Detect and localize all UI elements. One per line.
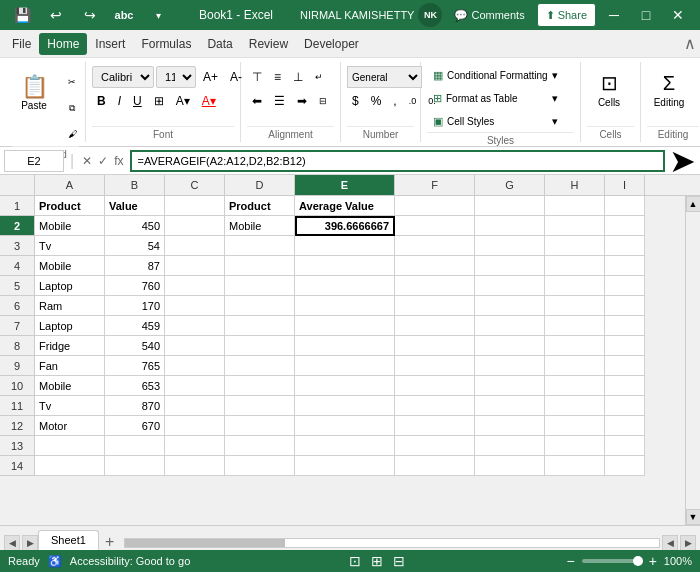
underline-button[interactable]: U (128, 90, 147, 112)
cell-b13[interactable] (105, 436, 165, 456)
cell-d4[interactable] (225, 256, 295, 276)
cell-a5[interactable]: Laptop (35, 276, 105, 296)
cell-g7[interactable] (475, 316, 545, 336)
cell-e3[interactable] (295, 236, 395, 256)
cell-g2[interactable] (475, 216, 545, 236)
cell-b6[interactable]: 170 (105, 296, 165, 316)
editing-button[interactable]: Σ Editing (647, 62, 691, 117)
cell-a6[interactable]: Ram (35, 296, 105, 316)
scroll-down-button[interactable]: ▼ (686, 509, 701, 525)
add-sheet-button[interactable]: + (99, 533, 120, 551)
cell-a8[interactable]: Fridge (35, 336, 105, 356)
scroll-up-button[interactable]: ▲ (686, 196, 701, 212)
cell-f14[interactable] (395, 456, 475, 476)
cell-d5[interactable] (225, 276, 295, 296)
cell-h11[interactable] (545, 396, 605, 416)
cell-i2[interactable] (605, 216, 645, 236)
cell-i10[interactable] (605, 376, 645, 396)
undo-button[interactable]: ↩ (42, 1, 70, 29)
cell-b1[interactable]: Value (105, 196, 165, 216)
cell-h4[interactable] (545, 256, 605, 276)
save-button[interactable]: 💾 (8, 1, 36, 29)
cell-b10[interactable]: 653 (105, 376, 165, 396)
cell-i7[interactable] (605, 316, 645, 336)
cell-h14[interactable] (545, 456, 605, 476)
top-align-button[interactable]: ⊤ (247, 66, 267, 88)
cell-d3[interactable] (225, 236, 295, 256)
cell-a4[interactable]: Mobile (35, 256, 105, 276)
row-header-5[interactable]: 5 (0, 276, 35, 296)
number-format-selector[interactable]: General (347, 66, 422, 88)
horizontal-scrollbar[interactable] (124, 538, 660, 548)
cell-f1[interactable] (395, 196, 475, 216)
sheet-tab-sheet1[interactable]: Sheet1 (38, 530, 99, 551)
cell-h13[interactable] (545, 436, 605, 456)
cell-reference-box[interactable] (4, 150, 64, 172)
cell-a11[interactable]: Tv (35, 396, 105, 416)
scroll-left-button[interactable]: ◀ (662, 535, 678, 551)
ribbon-collapse[interactable]: ∧ (684, 34, 696, 53)
cell-g11[interactable] (475, 396, 545, 416)
cell-h10[interactable] (545, 376, 605, 396)
cell-a7[interactable]: Laptop (35, 316, 105, 336)
cell-c1[interactable] (165, 196, 225, 216)
cell-d13[interactable] (225, 436, 295, 456)
menu-formulas[interactable]: Formulas (133, 33, 199, 55)
share-button[interactable]: ⬆ Share (537, 3, 596, 27)
format-table-dropdown[interactable]: ▾ (552, 92, 558, 105)
cell-a9[interactable]: Fan (35, 356, 105, 376)
cell-g12[interactable] (475, 416, 545, 436)
cell-e7[interactable] (295, 316, 395, 336)
cell-d6[interactable] (225, 296, 295, 316)
cell-b3[interactable]: 54 (105, 236, 165, 256)
cell-f12[interactable] (395, 416, 475, 436)
cell-f13[interactable] (395, 436, 475, 456)
cell-b4[interactable]: 87 (105, 256, 165, 276)
sheet-scroll-right[interactable]: ▶ (22, 535, 38, 551)
cell-f2[interactable] (395, 216, 475, 236)
cell-c9[interactable] (165, 356, 225, 376)
cell-c2[interactable] (165, 216, 225, 236)
cell-i14[interactable] (605, 456, 645, 476)
copy-button[interactable]: ⧉ (58, 96, 86, 120)
cell-e2[interactable]: 396.6666667 (295, 216, 395, 236)
formula-input[interactable]: =AVERAGEIF(A2:A12,D2,B2:B12) (130, 150, 666, 172)
col-header-e[interactable]: E (295, 175, 395, 195)
cell-c11[interactable] (165, 396, 225, 416)
cell-d1[interactable]: Product (225, 196, 295, 216)
cell-e9[interactable] (295, 356, 395, 376)
wrap-text-button[interactable]: ↵ (310, 66, 328, 88)
fill-color-button[interactable]: A▾ (171, 90, 195, 112)
cell-a2[interactable]: Mobile (35, 216, 105, 236)
format-painter-button[interactable]: 🖌 (58, 122, 86, 146)
cell-e14[interactable] (295, 456, 395, 476)
zoom-out-button[interactable]: − (563, 552, 577, 570)
cell-h12[interactable] (545, 416, 605, 436)
cell-i8[interactable] (605, 336, 645, 356)
zoom-in-button[interactable]: + (646, 552, 660, 570)
vertical-scrollbar[interactable]: ▲ ▼ (685, 196, 700, 525)
cell-c10[interactable] (165, 376, 225, 396)
cell-b12[interactable]: 670 (105, 416, 165, 436)
row-header-6[interactable]: 6 (0, 296, 35, 316)
col-header-d[interactable]: D (225, 175, 295, 195)
cell-f4[interactable] (395, 256, 475, 276)
cell-i11[interactable] (605, 396, 645, 416)
cell-a14[interactable] (35, 456, 105, 476)
confirm-formula-button[interactable]: ✓ (96, 152, 110, 170)
cut-button[interactable]: ✂ (58, 70, 86, 94)
cell-e11[interactable] (295, 396, 395, 416)
increase-decimal-button[interactable]: .0 (404, 90, 422, 112)
cell-g9[interactable] (475, 356, 545, 376)
menu-review[interactable]: Review (241, 33, 296, 55)
cell-c12[interactable] (165, 416, 225, 436)
cell-i4[interactable] (605, 256, 645, 276)
cell-d11[interactable] (225, 396, 295, 416)
normal-view-button[interactable]: ⊡ (346, 552, 364, 570)
col-header-b[interactable]: B (105, 175, 165, 195)
cell-c5[interactable] (165, 276, 225, 296)
col-header-g[interactable]: G (475, 175, 545, 195)
cells-button[interactable]: ⊡ Cells (587, 62, 631, 117)
percent-button[interactable]: % (366, 90, 387, 112)
menu-home[interactable]: Home (39, 33, 87, 55)
